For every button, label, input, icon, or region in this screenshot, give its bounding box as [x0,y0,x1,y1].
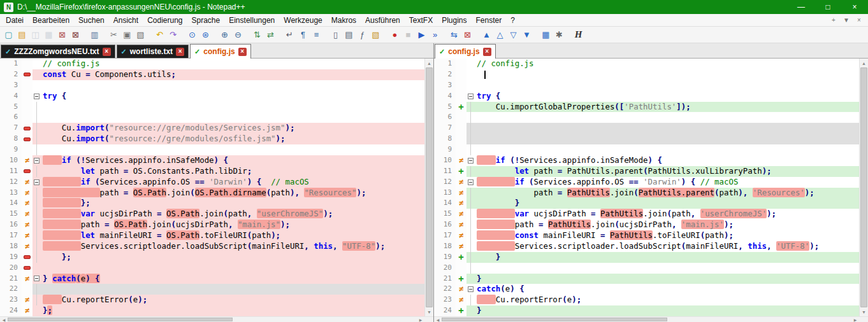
show-all-characters-icon[interactable]: ¶ [296,29,310,41]
menu-item-textfx[interactable]: TextFX [405,15,437,26]
menu-item-bearbeiten[interactable]: Bearbeiten [28,15,74,26]
code-line: 5+ Cu.importGlobalProperties(['PathUtils… [434,102,859,113]
fold-guide-line [36,284,37,295]
menu-item-sprache[interactable]: Sprache [187,15,225,26]
print-icon[interactable]: ▥ [88,29,101,41]
copy-icon[interactable]: ▣ [120,29,134,41]
horizontal-scrollbar[interactable]: ◀▶ [434,316,868,322]
diff-margin: ≠ [456,188,467,199]
scrollbar-corner [859,317,868,322]
first-diff-icon[interactable]: ▲ [480,29,493,41]
code-text [41,144,424,155]
fold-marker[interactable] [34,276,40,281]
scroll-up-arrow[interactable]: ▲ [425,59,433,67]
close-file-icon[interactable]: ⊠ [55,29,69,41]
fold-marker[interactable] [468,94,474,99]
record-macro-icon[interactable]: ● [388,29,401,41]
html-preview-icon[interactable]: H [572,29,585,41]
editor-text-area[interactable]: 1// config.js2const Cu = Components.util… [0,59,424,316]
horizontal-scrollbar-thumb[interactable] [8,318,233,321]
vertical-scrollbar-thumb[interactable] [860,67,867,307]
code-token: ), [290,188,304,197]
run-macro-multiple-icon[interactable]: » [428,29,442,41]
indent-guides-icon[interactable]: ≡ [310,29,323,41]
editor-text-area[interactable]: 1// config.js234try {5+ Cu.importGlobalP… [434,59,859,316]
compare-icon[interactable]: ⇆ [447,29,461,41]
function-list-icon[interactable]: ƒ [356,29,369,41]
fold-marker[interactable] [468,179,474,185]
line-number: 12 [0,177,22,188]
scroll-left-arrow[interactable]: ◀ [0,317,8,322]
vertical-scrollbar[interactable]: ▲▼ [859,59,868,316]
menu-item-ausf-hren[interactable]: Ausführen [361,15,405,26]
horizontal-scrollbar-thumb[interactable] [442,318,667,321]
word-wrap-icon[interactable]: ↵ [283,29,296,41]
horizontal-scrollbar-track[interactable] [442,317,851,322]
menu-item-werkzeuge[interactable]: Werkzeuge [279,15,326,26]
scroll-down-arrow[interactable]: ▼ [860,307,868,316]
scroll-up-arrow[interactable]: ▲ [860,59,868,67]
scroll-right-arrow[interactable]: ▶ [851,317,859,322]
document-map-icon[interactable]: ▯ [329,29,342,41]
tab-wortliste-txt[interactable]: ✓wortliste.txt× [117,45,189,58]
previous-diff-icon[interactable]: △ [493,29,507,41]
maximize-button[interactable]: □ [814,0,841,14]
cut-icon[interactable]: ✂ [107,29,120,41]
fold-marker[interactable] [34,158,40,164]
tab-close-icon[interactable]: × [238,48,247,56]
tab-close-icon[interactable]: × [176,48,184,56]
next-diff-icon[interactable]: ▽ [507,29,520,41]
new-tab-button[interactable]: + [827,17,840,24]
line-number: 18 [0,241,22,252]
find-icon[interactable]: ⊙ [185,29,199,41]
tab-config-js[interactable]: ✓config.js× [190,44,251,59]
horizontal-scrollbar-track[interactable] [8,317,417,322]
open-file-icon[interactable]: ▤ [15,29,29,41]
menu-item-codierung[interactable]: Codierung [143,15,187,26]
compare-nav-bar-icon[interactable]: ▦ [539,29,553,41]
scroll-right-arrow[interactable]: ▶ [417,317,424,322]
sync-vertical-scroll-icon[interactable]: ⇅ [250,29,264,41]
horizontal-scrollbar[interactable]: ◀▶ [0,316,433,322]
undo-icon[interactable]: ↶ [153,29,166,41]
folder-as-workspace-icon[interactable]: ▧ [369,29,382,41]
last-diff-icon[interactable]: ▼ [520,29,533,41]
close-tab-button[interactable]: × [853,17,865,24]
menu-item-plugins[interactable]: Plugins [437,15,471,26]
menu-item-datei[interactable]: Datei [1,15,28,26]
scroll-down-arrow[interactable]: ▼ [425,307,433,316]
document-list-icon[interactable]: ▤ [342,29,356,41]
redo-icon[interactable]: ↷ [166,29,180,41]
tab-list-dropdown[interactable]: ▼ [840,17,853,24]
close-button[interactable]: × [841,0,868,14]
scroll-left-arrow[interactable]: ◀ [434,317,442,322]
fold-marker[interactable] [34,179,40,185]
clear-compare-icon[interactable]: ⊠ [461,29,474,41]
tab-close-icon[interactable]: × [483,48,491,56]
tab-zzzzomgwordsneu-txt[interactable]: ✓ZZZZomgwordsNEU.txt× [1,45,115,58]
sync-horizontal-scroll-icon[interactable]: ⇄ [264,29,277,41]
vertical-scrollbar-thumb[interactable] [426,67,433,307]
zoom-in-icon[interactable]: ⊕ [218,29,231,41]
zoom-out-icon[interactable]: ⊖ [231,29,245,41]
menu-item-ansicht[interactable]: Ansicht [109,15,143,26]
menu-item-fenster[interactable]: Fenster [472,15,507,26]
fold-marker[interactable] [34,94,40,99]
fold-marker[interactable] [468,286,474,292]
menu-item-suchen[interactable]: Suchen [74,15,109,26]
new-file-icon[interactable]: ▢ [2,29,15,41]
play-macro-icon[interactable]: ▶ [415,29,428,41]
menu-item-einstellungen[interactable]: Einstellungen [224,15,279,26]
menu-item-makros[interactable]: Makros [327,15,361,26]
code-line: 16≠ path = OS.Path.join(ucjsDirPath, "ma… [0,220,424,230]
compare-settings-icon[interactable]: ✱ [553,29,566,41]
replace-icon[interactable]: ⊛ [199,29,212,41]
tab-config-js[interactable]: ✓config.js× [435,44,496,59]
minimize-button[interactable]: — [788,0,814,14]
tab-close-icon[interactable]: × [103,48,111,56]
menu-item-[interactable]: ? [506,15,519,26]
paste-icon[interactable]: ▧ [134,29,147,41]
fold-marker[interactable] [468,158,474,164]
close-all-files-icon[interactable]: ⊠ [69,29,82,41]
vertical-scrollbar[interactable]: ▲▼ [424,59,433,316]
